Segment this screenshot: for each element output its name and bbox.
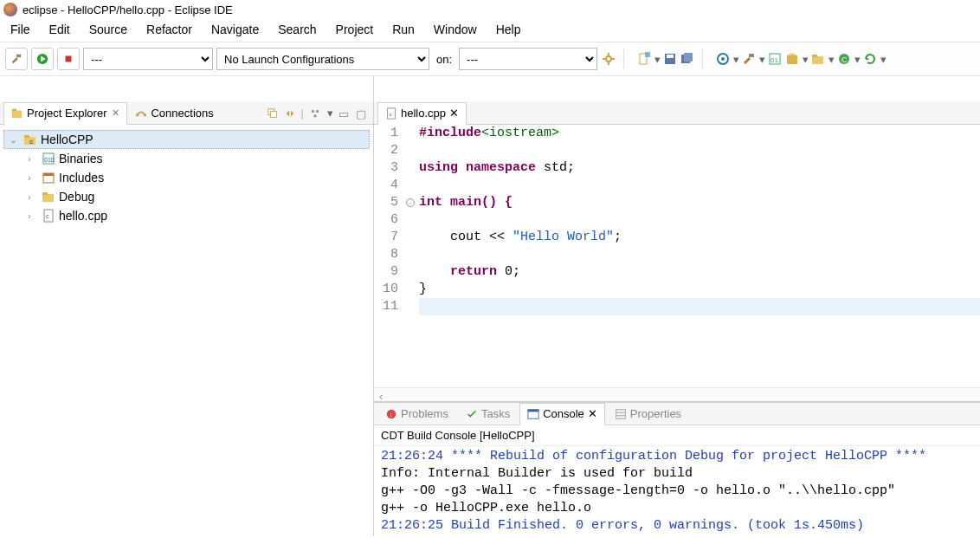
console-line: g++ -O0 -g3 -Wall -c -fmessage-length=0 … (381, 483, 973, 500)
gear-icon[interactable] (601, 51, 616, 67)
folder-link-icon[interactable] (810, 51, 826, 67)
chevron-right-icon[interactable]: › (28, 172, 38, 183)
line-number: 8 (374, 246, 398, 263)
close-icon[interactable]: ✕ (449, 107, 459, 120)
scroll-left-icon[interactable]: ‹ (379, 390, 388, 400)
save-all-icon[interactable] (680, 51, 695, 67)
tab-label: Properties (630, 407, 681, 420)
properties-icon (615, 408, 627, 420)
tab-problems[interactable]: ! Problems (377, 403, 456, 425)
titlebar: eclipse - HelloCPP/hello.cpp - Eclipse I… (0, 0, 980, 19)
chevron-down-icon[interactable]: ▾ (828, 52, 835, 66)
maximize-icon[interactable]: ▢ (356, 107, 368, 120)
console-output[interactable]: 21:26:24 **** Rebuild of configuration D… (374, 446, 980, 536)
left-pane: Project Explorer ✕ Connections | ▾ ▭ ▢ (0, 76, 374, 536)
launch-config-selector[interactable]: No Launch Configurations (216, 48, 429, 70)
fold-toggle-icon[interactable]: – (406, 198, 415, 207)
line-number: 7 (374, 229, 398, 246)
tree-label: Includes (59, 171, 104, 185)
save-icon[interactable] (662, 51, 678, 67)
class-icon[interactable]: C (836, 51, 852, 67)
chevron-right-icon[interactable]: › (28, 211, 38, 221)
svg-rect-29 (270, 111, 276, 117)
menu-navigate[interactable]: Navigate (208, 21, 262, 38)
svg-point-3 (606, 56, 611, 62)
tab-label: Project Explorer (27, 107, 106, 120)
menu-file[interactable]: File (7, 21, 34, 38)
chevron-down-icon[interactable]: ▾ (732, 52, 739, 66)
tree-item-includes[interactable]: › Includes (3, 168, 370, 187)
filter-icon[interactable] (309, 107, 321, 120)
chevron-down-icon[interactable]: ▾ (802, 52, 809, 66)
code-token: #include (419, 126, 481, 140)
main-area: Project Explorer ✕ Connections | ▾ ▭ ▢ (0, 76, 980, 536)
svg-rect-40 (42, 194, 54, 202)
build-target-icon[interactable] (715, 51, 731, 67)
binaries-icon: 010 (42, 152, 55, 165)
tree-item-binaries[interactable]: › 010 Binaries (3, 149, 370, 168)
project-explorer-icon (11, 107, 23, 120)
editor-tab-hello-cpp[interactable]: c hello.cpp ✕ (377, 102, 467, 125)
chevron-right-icon[interactable]: › (28, 191, 38, 202)
chevron-down-icon[interactable]: ▾ (880, 52, 887, 66)
stop-button[interactable] (57, 48, 80, 70)
link-editor-icon[interactable] (284, 107, 296, 120)
toolbar-separator (623, 49, 624, 68)
console-line: Info: Internal Builder is used for build (381, 465, 973, 483)
close-icon[interactable]: ✕ (588, 407, 597, 420)
editor-hscroll[interactable]: ‹ (374, 387, 980, 401)
collapse-all-icon[interactable] (267, 107, 279, 120)
target-selector[interactable]: --- (459, 48, 597, 70)
line-number: 5 (374, 194, 398, 211)
code-token: using (419, 160, 458, 175)
chevron-down-icon[interactable]: ▾ (326, 107, 333, 120)
chevron-down-icon[interactable]: ▾ (758, 52, 765, 66)
hammer-icon[interactable] (741, 51, 757, 67)
console-line: 21:26:25 Build Finished. 0 errors, 0 war… (381, 517, 973, 535)
menu-window[interactable]: Window (430, 21, 480, 38)
chevron-down-icon[interactable]: ⌄ (10, 134, 20, 146)
code-token: <iostream> (481, 126, 559, 140)
config-selector[interactable]: --- (83, 48, 213, 70)
play-icon (36, 53, 48, 65)
package-icon[interactable] (784, 51, 800, 67)
build-button[interactable] (5, 48, 28, 70)
tab-project-explorer[interactable]: Project Explorer ✕ (3, 102, 127, 125)
binary-icon[interactable]: 01 (767, 51, 783, 67)
chevron-down-icon[interactable]: ▾ (854, 52, 861, 66)
minimize-icon[interactable]: ▭ (338, 107, 351, 120)
tab-label: Console (543, 407, 584, 420)
svg-rect-25 (12, 108, 16, 111)
cpp-file-icon: c (385, 107, 397, 120)
menu-edit[interactable]: Edit (46, 21, 74, 38)
close-icon[interactable]: ✕ (112, 107, 119, 119)
tree-item-hello-cpp[interactable]: › c hello.cpp (3, 206, 370, 225)
code-token: 0; (497, 264, 520, 279)
tree-item-debug[interactable]: › Debug (3, 187, 370, 206)
menu-source[interactable]: Source (86, 21, 131, 38)
chevron-down-icon[interactable]: ▾ (654, 52, 661, 66)
menu-search[interactable]: Search (274, 21, 319, 38)
menu-help[interactable]: Help (493, 21, 525, 38)
svg-text:c: c (46, 213, 49, 219)
menu-project[interactable]: Project (332, 21, 377, 38)
stop-icon (62, 53, 74, 65)
code-editor[interactable]: 1 2 3 4 5 6 7 8 9 10 11 – #include<iostr… (374, 125, 980, 387)
menu-run[interactable]: Run (389, 21, 418, 38)
code-token: return (450, 264, 497, 279)
tab-console[interactable]: Console ✕ (519, 403, 605, 425)
menu-refactor[interactable]: Refactor (143, 21, 196, 38)
svg-rect-11 (667, 55, 674, 58)
chevron-right-icon[interactable]: › (28, 153, 38, 164)
run-button[interactable] (31, 48, 54, 70)
tab-tasks[interactable]: Tasks (458, 403, 518, 425)
console-title: CDT Build Console [HelloCPP] (374, 425, 980, 446)
code-area[interactable]: #include<iostream> using namespace std; … (416, 125, 980, 387)
tab-connections[interactable]: Connections (127, 102, 221, 125)
menubar: File Edit Source Refactor Navigate Searc… (0, 19, 980, 42)
tab-properties[interactable]: Properties (607, 403, 689, 425)
refresh-icon[interactable] (862, 51, 878, 67)
svg-rect-19 (787, 55, 797, 64)
new-icon[interactable] (636, 51, 652, 67)
tree-project-hellocpp[interactable]: ⌄ c HelloCPP (3, 130, 370, 149)
